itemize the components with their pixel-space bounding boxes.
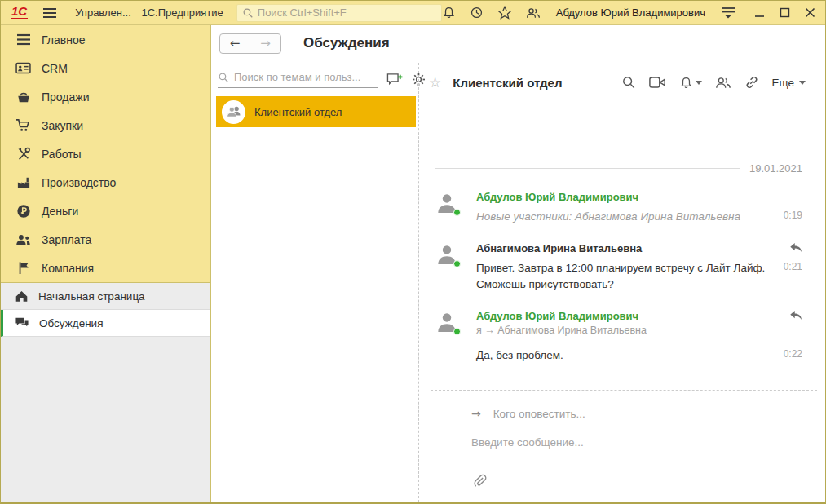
search-icon [218, 72, 229, 83]
discussions-list-toolbar [211, 71, 418, 88]
message: Абдулов Юрий Владимирович я → Абнагимова… [435, 310, 802, 364]
discussions-content: Клиентский отдел ☆ Клиентский отдел [211, 61, 825, 502]
sidebar-item-main[interactable]: Главное [1, 25, 210, 54]
more-button[interactable]: Еще [772, 77, 806, 89]
message-author[interactable]: Абдулов Юрий Владимирович [476, 310, 781, 322]
sidebar-filler [1, 337, 210, 502]
window-title-app: Управлен... [75, 7, 131, 19]
link-icon[interactable] [744, 75, 759, 90]
avatar [435, 191, 462, 225]
forward-button[interactable]: → [250, 34, 280, 53]
sidebar-item-label: Компания [42, 262, 94, 275]
sidebar-item-crm[interactable]: CRM [1, 54, 210, 82]
message-text: Да, без проблем. [476, 347, 784, 364]
sidebar-item-label: Работы [42, 148, 82, 161]
message-author[interactable]: Абдулов Юрий Владимирович [476, 191, 802, 203]
message-input[interactable] [471, 436, 757, 449]
online-status-dot [453, 209, 461, 216]
works-icon [15, 147, 31, 161]
message-text: Новые участники: Абнагимова Ирина Виталь… [476, 209, 784, 225]
attach-paperclip-icon[interactable] [471, 473, 488, 489]
discussions-search[interactable] [218, 71, 378, 88]
crm-icon [15, 62, 31, 74]
message-recipient-line: я → Абнагимова Ирина Витальевна [476, 325, 802, 336]
participants-icon[interactable] [715, 76, 731, 90]
message: Абнагимова Ирина Витальевна Привет. Завт… [435, 242, 802, 292]
chat-toolbar: Еще [621, 75, 806, 90]
topbar-right-group: Абдулов Юрий Владимирович [442, 6, 819, 20]
sidebar-item-salary[interactable]: Зарплата [1, 225, 210, 254]
sidebar-item-discussions[interactable]: Обсуждения [1, 310, 210, 337]
reply-icon[interactable] [789, 310, 802, 321]
notify-placeholder: Кого оповестить... [493, 408, 585, 420]
discussion-list-item-selected[interactable]: Клиентский отдел [216, 96, 416, 127]
contacts-people-icon[interactable] [526, 7, 541, 20]
production-icon [15, 176, 31, 189]
main-menu-caret-icon[interactable] [721, 6, 735, 20]
global-search[interactable] [236, 4, 442, 22]
sidebar-item-works[interactable]: Работы [1, 139, 210, 168]
chat-search-icon[interactable] [621, 75, 636, 90]
notify-arrow-icon: → [471, 407, 481, 420]
message-text: Привет. Завтра в 12:00 планируем встречу… [476, 260, 784, 292]
minimize-button[interactable] [754, 7, 765, 18]
window-controls [754, 7, 819, 18]
video-call-icon[interactable] [649, 76, 666, 89]
window-title-platform: 1С:Предприятие [141, 7, 223, 19]
sidebar-footer: Начальная страница Обсуждения [1, 282, 210, 337]
notify-field[interactable]: → Кого оповестить... [431, 407, 817, 420]
discussions-search-input[interactable] [234, 71, 378, 83]
message-time: 0:22 [784, 347, 802, 360]
sidebar-item-sales[interactable]: Продажи [1, 82, 210, 111]
discussion-item-title: Клиентский отдел [254, 106, 342, 118]
sidebar-item-label: Начальная страница [38, 290, 145, 303]
avatar [435, 310, 462, 364]
message-system: Абдулов Юрий Владимирович Новые участник… [435, 191, 802, 225]
chevron-down-icon [696, 81, 702, 85]
date-separator-label: 19.01.2021 [749, 162, 802, 175]
chat-notifications-dropdown[interactable] [679, 76, 702, 90]
salary-icon [15, 233, 31, 246]
sidebar-item-home-page[interactable]: Начальная страница [1, 283, 210, 310]
group-avatar [222, 100, 245, 124]
app-body: Главное CRM Продажи Закупки [1, 25, 825, 502]
history-icon[interactable] [470, 6, 484, 20]
maximize-button[interactable] [780, 7, 790, 18]
avatar [435, 242, 462, 292]
favorite-star-icon[interactable]: ☆ [429, 74, 441, 91]
messages-area: 19.01.2021 Абдулов Юрий Владимирович [429, 95, 825, 390]
global-search-input[interactable] [258, 7, 436, 19]
current-user-name[interactable]: Абдулов Юрий Владимирович [556, 7, 705, 19]
close-button[interactable] [805, 7, 815, 18]
sections-sidebar: Главное CRM Продажи Закупки [1, 25, 211, 502]
1c-logo: 1С [11, 5, 28, 20]
message-input-row [431, 436, 817, 449]
message-composer: → Кого оповестить... [431, 390, 817, 502]
sidebar-item-label: Производство [42, 176, 116, 189]
sidebar-item-label: Продажи [42, 91, 89, 104]
chat-title: Клиентский отдел [453, 76, 611, 90]
date-separator: 19.01.2021 [435, 162, 802, 175]
app-window: 1С Управлен... 1С:Предприятие [0, 0, 826, 504]
back-button[interactable]: ← [220, 34, 250, 53]
message-body: Абдулов Юрий Владимирович Новые участник… [476, 191, 802, 225]
sidebar-item-label: Обсуждения [39, 317, 103, 329]
favorites-star-icon[interactable] [497, 6, 512, 20]
navigation-buttons: ← → [219, 33, 281, 54]
sidebar-item-production[interactable]: Производство [1, 168, 210, 197]
sidebar-item-label: Главное [42, 33, 86, 46]
company-icon [15, 261, 31, 275]
message-time: 0:19 [784, 209, 802, 221]
reply-icon[interactable] [789, 242, 802, 254]
message-author[interactable]: Абнагимова Ирина Витальевна [476, 242, 781, 254]
notifications-bell-icon[interactable] [442, 6, 456, 20]
sidebar-item-purchases[interactable]: Закупки [1, 111, 210, 139]
chevron-down-icon [799, 81, 806, 85]
main-header: ← → Обсуждения [211, 25, 825, 61]
sidebar-item-money[interactable]: Деньги [1, 197, 210, 225]
new-discussion-icon[interactable] [386, 73, 403, 87]
hamburger-menu-icon[interactable] [42, 7, 57, 19]
sidebar-item-company[interactable]: Компания [1, 254, 210, 282]
sales-icon [15, 91, 31, 104]
sidebar-item-label: Деньги [42, 205, 78, 218]
